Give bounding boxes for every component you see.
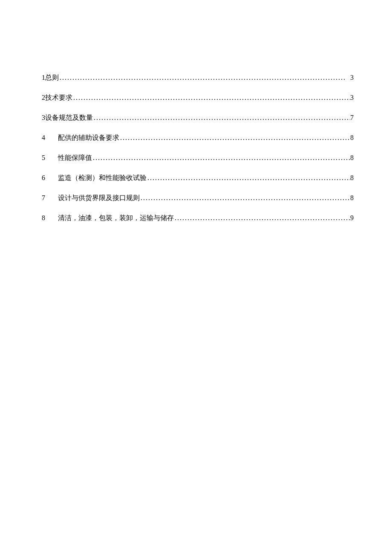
toc-number: 6 (42, 173, 58, 183)
toc-page-number: 9 (350, 213, 354, 223)
toc-page-number: 8 (350, 153, 354, 163)
toc-page-number: 7 (350, 113, 354, 123)
toc-title: 配供的辅助设备要求 (58, 133, 119, 143)
toc-leader-dots: ........................................… (140, 193, 350, 203)
toc-leader-dots: ........................................… (92, 153, 350, 163)
toc-page-number: 8 (350, 133, 354, 143)
toc-leader-dots: ........................................… (72, 93, 350, 103)
toc-entry[interactable]: 4 配供的辅助设备要求 ............................… (42, 133, 354, 143)
toc-number: 2 (42, 93, 45, 103)
toc-title: 设计与供货界限及接口规则 (58, 193, 140, 203)
table-of-contents: 1 总则 ...................................… (42, 73, 354, 223)
toc-title: 性能保障值 (58, 153, 92, 163)
toc-entry[interactable]: 5 性能保障值 ................................… (42, 153, 354, 163)
toc-page-number: 8 (350, 173, 354, 183)
toc-leader-dots: ........................................… (59, 73, 350, 83)
toc-title: 监造（检测）和性能验收试验 (58, 173, 147, 183)
toc-leader-dots: ........................................… (174, 213, 350, 223)
toc-entry[interactable]: 3 设备规范及数量 ..............................… (42, 113, 354, 123)
toc-page-number: 3 (350, 93, 354, 103)
toc-number: 1 (42, 73, 45, 83)
toc-entry[interactable]: 8 清洁，油漆，包装，装卸，运输与储存 ....................… (42, 213, 354, 223)
toc-page-number: 8 (350, 193, 354, 203)
toc-title: 技术要求 (45, 93, 72, 103)
toc-entry[interactable]: 7 设计与供货界限及接口规则 .........................… (42, 193, 354, 203)
toc-leader-dots: ........................................… (119, 133, 350, 143)
toc-number: 3 (42, 113, 45, 123)
toc-title: 总则 (45, 73, 59, 83)
toc-entry[interactable]: 1 总则 ...................................… (42, 73, 354, 83)
toc-number: 4 (42, 133, 58, 143)
toc-entry[interactable]: 6 监造（检测）和性能验收试验 ........................… (42, 173, 354, 183)
toc-title: 清洁，油漆，包装，装卸，运输与储存 (58, 213, 174, 223)
toc-entry[interactable]: 2 技术要求 .................................… (42, 93, 354, 103)
toc-number: 7 (42, 193, 58, 203)
toc-leader-dots: ........................................… (93, 113, 350, 123)
toc-leader-dots: ........................................… (147, 173, 350, 183)
toc-page-number: 3 (350, 73, 354, 83)
toc-number: 5 (42, 153, 58, 163)
toc-number: 8 (42, 213, 58, 223)
toc-title: 设备规范及数量 (45, 113, 93, 123)
